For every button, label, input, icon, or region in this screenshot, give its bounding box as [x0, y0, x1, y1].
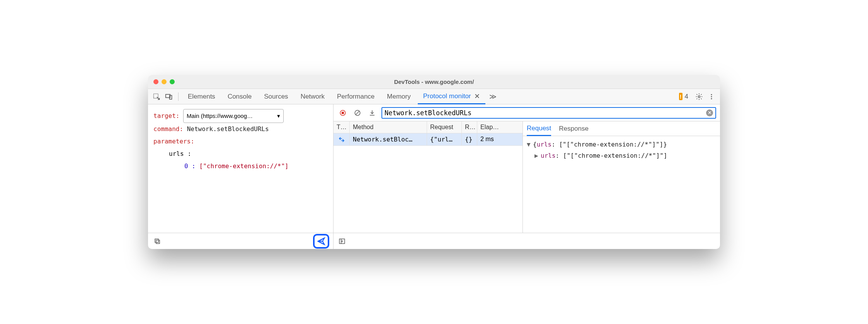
tree-root-value: ["["chrome-extension://*"]"] [559, 139, 663, 150]
detail-body: ▼ { urls : ["["chrome-extension://*"]"] … [523, 136, 720, 165]
svg-point-3 [698, 95, 700, 97]
toggle-sidebar-icon[interactable] [337, 236, 347, 247]
detail-tabs: Request Response [523, 121, 720, 136]
chevron-down-icon: ▾ [277, 110, 280, 122]
warning-icon: ! [679, 93, 682, 100]
caret-right-icon: ▶ [534, 150, 541, 162]
grid-header: T… Method Request R… Elap… [334, 121, 523, 133]
inspect-icon[interactable] [151, 91, 162, 102]
clear-icon[interactable] [352, 107, 363, 118]
target-row: target: Main (https://www.goog… ▾ [153, 109, 328, 123]
settings-icon[interactable] [694, 91, 705, 102]
command-value[interactable]: Network.setBlockedURLs [187, 125, 269, 133]
col-method[interactable]: Method [350, 121, 427, 133]
target-select-value: Main (https://www.goog… [187, 110, 253, 122]
kebab-menu-icon[interactable] [706, 91, 717, 102]
editor-footer [148, 233, 333, 249]
divider [178, 92, 179, 101]
svg-line-12 [356, 111, 359, 114]
monitor-footer [334, 233, 720, 249]
param-urls: urls : [153, 148, 328, 160]
close-tab-icon[interactable]: ✕ [474, 92, 480, 101]
filter-input-wrapper: ✕ [381, 107, 716, 119]
warnings-button[interactable]: ! 4 [679, 93, 688, 101]
tab-console[interactable]: Console [222, 89, 257, 104]
svg-rect-8 [155, 239, 158, 242]
parameters-label: parameters: [153, 138, 194, 145]
send-command-button[interactable] [313, 234, 329, 249]
tab-sources[interactable]: Sources [259, 89, 293, 104]
param-index: 0 : [184, 162, 196, 170]
record-icon[interactable] [337, 107, 348, 118]
col-elapsed[interactable]: Elap… [477, 121, 508, 133]
detail-panel: Request Response ▼ { urls : ["["chrome-e… [523, 121, 720, 233]
target-select[interactable]: Main (https://www.goog… ▾ [183, 109, 284, 123]
svg-point-6 [711, 98, 712, 99]
row-type-icon [334, 133, 350, 145]
tab-network[interactable]: Network [295, 89, 330, 104]
command-editor-panel: target: Main (https://www.goog… ▾ comman… [148, 104, 334, 249]
tab-memory[interactable]: Memory [381, 89, 416, 104]
message-grid: T… Method Request R… Elap… Network.setBl… [334, 121, 523, 233]
tab-performance[interactable]: Performance [332, 89, 380, 104]
detail-tab-response[interactable]: Response [559, 121, 589, 136]
tab-elements[interactable]: Elements [182, 89, 221, 104]
svg-rect-7 [156, 240, 160, 244]
warning-count: 4 [685, 93, 688, 101]
row-request: {"url… [427, 133, 462, 145]
monitor-body: T… Method Request R… Elap… Network.setBl… [334, 121, 720, 233]
row-response: {} [462, 133, 477, 145]
svg-point-5 [711, 96, 712, 97]
row-elapsed: 2 ms [477, 133, 508, 145]
param-urls-key: urls : [169, 150, 191, 157]
main-tabbar: Elements Console Sources Network Perform… [148, 89, 720, 104]
tree-row-urls[interactable]: ▶ urls : ["["chrome-extension://*"]"] [527, 150, 716, 162]
monitor-toolbar: ✕ [334, 104, 720, 121]
download-icon[interactable] [367, 107, 378, 118]
device-toolbar-icon[interactable] [163, 91, 174, 102]
window-title: DevTools - www.google.com/ [148, 78, 720, 85]
parameters-row: parameters: [153, 135, 328, 148]
copy-icon[interactable] [152, 236, 163, 247]
detail-tab-request[interactable]: Request [527, 121, 551, 136]
command-row: command: Network.setBlockedURLs [153, 123, 328, 135]
devtools-window: DevTools - www.google.com/ Elements Cons… [148, 75, 720, 249]
col-request[interactable]: Request [427, 121, 462, 133]
target-label: target: [153, 112, 179, 119]
clear-filter-icon[interactable]: ✕ [706, 109, 713, 116]
col-response[interactable]: R… [462, 121, 477, 133]
tree-urls-value: ["["chrome-extension://*"]"] [563, 150, 667, 162]
monitor-panel: ✕ T… Method Request R… Elap… [334, 104, 720, 249]
param-value[interactable]: ["chrome-extension://*"] [199, 162, 289, 170]
command-editor-content: target: Main (https://www.goog… ▾ comman… [148, 104, 333, 233]
svg-point-4 [711, 94, 712, 95]
grid-row[interactable]: Network.setBloc… {"url… {} 2 ms [334, 133, 523, 146]
col-type[interactable]: T… [334, 121, 350, 133]
caret-down-icon: ▼ [527, 139, 533, 150]
tree-row-root[interactable]: ▼ { urls : ["["chrome-extension://*"]"] … [527, 139, 716, 150]
svg-rect-10 [342, 112, 344, 114]
tab-protocol-monitor[interactable]: Protocol monitor ✕ [418, 89, 485, 104]
panel-body: target: Main (https://www.goog… ▾ comman… [148, 104, 720, 249]
titlebar: DevTools - www.google.com/ [148, 75, 720, 89]
command-label: command: [153, 125, 183, 133]
more-tabs-icon[interactable]: ≫ [487, 92, 499, 101]
param-urls-item: 0 : ["chrome-extension://*"] [153, 160, 328, 172]
row-method: Network.setBloc… [350, 133, 427, 145]
filter-input[interactable] [385, 109, 706, 117]
